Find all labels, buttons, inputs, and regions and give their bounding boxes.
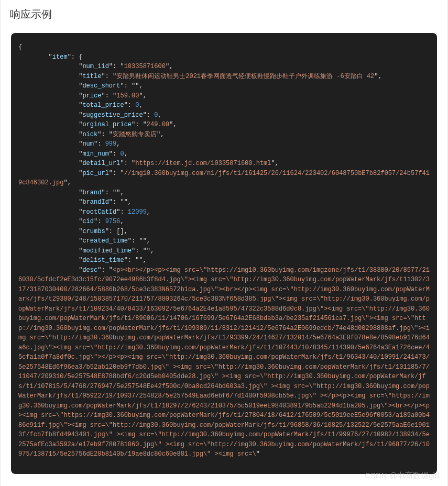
code-block: { "item": { "num_iid": "10335871600", "t… [11, 33, 437, 474]
json-output: { "item": { "num_iid": "10335871600", "t… [18, 42, 430, 459]
section-heading: 响应示例 [1, 0, 447, 33]
page-container: 响应示例 { "item": { "num_iid": "10335871600… [0, 0, 448, 486]
